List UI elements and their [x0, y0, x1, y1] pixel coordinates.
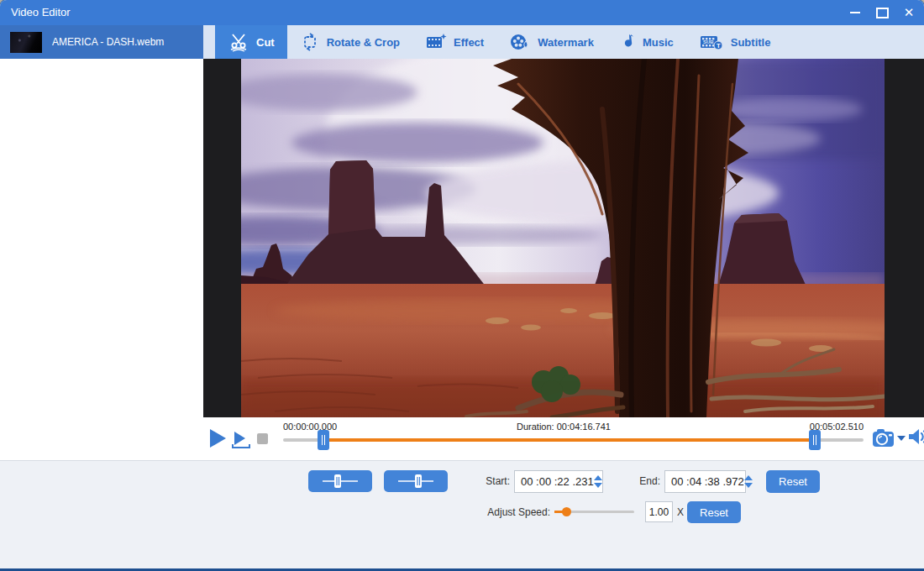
trim-reset-button[interactable]: Reset: [766, 470, 820, 493]
timeline-bar: 00:00:00.000 Duration: 00:04:16.741 00:0…: [203, 417, 924, 460]
speed-slider-thumb[interactable]: [562, 507, 571, 516]
monument-valley-video-still: [241, 59, 885, 417]
video-preview-area: [203, 59, 924, 417]
tab-rotate-crop-label: Rotate & Crop: [327, 36, 400, 49]
maximize-icon: [876, 8, 889, 18]
speed-value-input[interactable]: [645, 501, 673, 522]
toolbar-tabs: Cut Rotate & Crop Effect: [215, 25, 783, 59]
spinner-up-icon[interactable]: [594, 475, 602, 480]
snapshot-dropdown-caret-icon[interactable]: [897, 436, 906, 441]
stop-button[interactable]: [257, 433, 268, 444]
cut-scissors-icon: [228, 32, 249, 52]
close-icon: ✕: [904, 7, 915, 18]
start-time-input[interactable]: 00 :00 :22 .231: [514, 470, 603, 493]
tab-watermark[interactable]: Watermark: [496, 25, 606, 59]
media-file-name: AMERICA - DASH.webm: [52, 36, 164, 48]
end-time-spinner: [744, 475, 755, 488]
start-time-label: Start:: [470, 475, 510, 487]
end-time-value: 00 :04 :38 .972: [665, 475, 744, 488]
spinner-up-icon[interactable]: [744, 475, 753, 480]
tab-watermark-label: Watermark: [538, 36, 594, 49]
subtitle-filmstrip-icon: SUB T: [699, 32, 724, 52]
rotate-crop-icon: [300, 32, 320, 52]
video-frame[interactable]: [241, 59, 885, 417]
volume-button[interactable]: [907, 427, 924, 449]
trim-end-handle[interactable]: [809, 430, 821, 450]
play-clip-icon: [234, 432, 245, 445]
effect-filmstrip-icon: [425, 32, 447, 52]
close-button[interactable]: ✕: [902, 7, 916, 18]
start-time-spinner: [594, 475, 605, 488]
music-note-icon: [619, 32, 636, 52]
spinner-down-icon[interactable]: [594, 483, 602, 488]
timeline-track[interactable]: [283, 438, 864, 442]
trim-end-marker-icon: [396, 474, 435, 489]
sidebar-item-media-file[interactable]: AMERICA - DASH.webm: [0, 25, 203, 59]
bottom-controls-panel: Start: 00 :00 :22 .231 End: 00 :04 :38 .…: [0, 460, 924, 571]
speed-reset-button[interactable]: Reset: [687, 501, 741, 523]
minimize-button[interactable]: [848, 7, 862, 18]
tab-effect-label: Effect: [454, 36, 484, 49]
spinner-down-icon[interactable]: [744, 483, 753, 488]
start-time-value: 00 :00 :22 .231: [515, 475, 594, 488]
title-bar: Video Editor ✕: [0, 0, 924, 25]
tab-subtitle[interactable]: SUB T Subtitle: [686, 25, 784, 59]
speed-unit-label: X: [677, 506, 684, 518]
tab-cut[interactable]: Cut: [215, 25, 287, 59]
volume-icon: [907, 427, 924, 446]
minimize-icon: [850, 12, 860, 13]
window-title: Video Editor: [11, 6, 71, 18]
svg-text:SUB: SUB: [703, 39, 714, 45]
tab-music-label: Music: [643, 36, 674, 49]
tab-music[interactable]: Music: [606, 25, 686, 59]
video-thumbnail: [10, 32, 42, 53]
set-start-marker-button[interactable]: [308, 470, 372, 492]
tab-rotate-crop[interactable]: Rotate & Crop: [287, 25, 412, 59]
speed-slider-track[interactable]: [554, 511, 634, 513]
watermark-reel-icon: [509, 32, 531, 52]
maximize-button[interactable]: [875, 7, 889, 18]
tab-cut-label: Cut: [256, 36, 275, 49]
timeline-selected-range: [323, 438, 815, 442]
snapshot-camera-icon: [872, 428, 895, 448]
play-clip-button[interactable]: [232, 432, 252, 448]
end-time-label: End:: [630, 475, 660, 487]
trim-start-marker-icon: [321, 474, 360, 489]
media-list-panel: [0, 59, 203, 460]
tab-effect[interactable]: Effect: [412, 25, 496, 59]
play-button[interactable]: [210, 429, 226, 448]
svg-text:T: T: [717, 42, 721, 50]
tab-subtitle-label: Subtitle: [731, 36, 771, 49]
set-end-marker-button[interactable]: [384, 470, 448, 492]
trim-start-handle[interactable]: [318, 430, 329, 450]
snapshot-button[interactable]: [872, 428, 895, 451]
adjust-speed-label: Adjust Speed:: [469, 506, 550, 518]
end-time-input[interactable]: 00 :04 :38 .972: [664, 470, 746, 493]
video-editor-window: Video Editor ✕ AMERICA - DASH.webm Cut: [0, 0, 924, 571]
